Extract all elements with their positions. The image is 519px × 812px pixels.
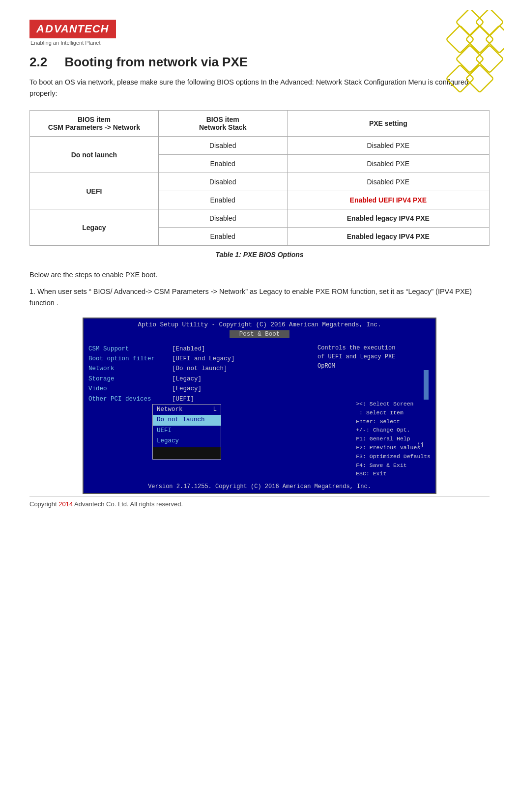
svg-rect-2 xyxy=(446,26,474,54)
bios-subtitle: Post & Boot xyxy=(84,330,435,339)
table-cell-pxe3: Disabled PXE xyxy=(287,173,489,191)
bios-dropdown: Network L Do not launch UEFI Legacy xyxy=(152,404,221,460)
body-text-2: 1. When user sets “ BIOS/ Advanced-> CSM… xyxy=(29,286,490,309)
bios-help-text: Controls the executionof UEFI and Legacy… xyxy=(317,344,431,371)
footer-year: 2014 xyxy=(58,500,73,508)
bios-item-storage: Storage [Legacy] xyxy=(88,375,241,384)
table-cell-ns1: Disabled xyxy=(158,137,287,155)
table-cell-ns5: Disabled xyxy=(158,209,287,228)
bios-dropdown-title: Network L xyxy=(153,405,221,415)
table-row: Do not launch Disabled Disabled PXE xyxy=(30,137,490,155)
bios-key-help-block: ><: Select Screen : Select ItemEnter: Se… xyxy=(356,400,431,478)
table-cell-pxe1: Disabled PXE xyxy=(287,137,489,155)
bios-screen: Aptio Setup Utility - Copyright (C) 2016… xyxy=(83,318,436,494)
table-caption: Table 1: PXE BIOS Options xyxy=(29,251,490,259)
table-cell-csm3: Legacy xyxy=(30,209,159,246)
table-header-col1: BIOS item CSM Parameters -> Network xyxy=(30,111,159,137)
bios-scrollbar-indicator xyxy=(424,370,429,400)
bios-dropdown-wrapper: Network L Do not launch UEFI Legacy xyxy=(88,405,241,449)
table-row: Legacy Disabled Enabled legacy IPV4 PXE xyxy=(30,209,490,228)
table-row: UEFI Disabled Disabled PXE xyxy=(30,173,490,191)
bios-table: BIOS item CSM Parameters -> Network BIOS… xyxy=(29,110,490,246)
svg-rect-4 xyxy=(486,26,504,54)
footer-copyright-rest: Advantech Co. Ltd. All rights reserved. xyxy=(73,500,183,508)
table-cell-pxe5: Enabled legacy IPV4 PXE xyxy=(287,209,489,228)
logo-vantech: VANTECH xyxy=(54,23,109,35)
bios-item-boot-filter: Boot option filter [UEFI and Legacy] xyxy=(88,354,241,364)
bios-item-network: Network [Do not launch] xyxy=(88,364,241,374)
table-cell-ns4: Enabled xyxy=(158,191,287,209)
table-cell-pxe6: Enabled legacy IPV4 PXE xyxy=(287,228,489,246)
logo-tagline: Enabling an Intelligent Planet xyxy=(30,40,116,46)
decorative-diamonds xyxy=(406,10,504,98)
bios-item-video: Video [Legacy] xyxy=(88,384,241,394)
table-header-col3: PXE setting xyxy=(287,111,489,137)
table-cell-ns3: Disabled xyxy=(158,173,287,191)
svg-rect-0 xyxy=(456,10,484,36)
logo: ADVANTECH xyxy=(29,20,116,38)
bios-title: Aptio Setup Utility - Copyright (C) 2016… xyxy=(84,319,435,330)
table-cell-pxe4: Enabled UEFI IPV4 PXE xyxy=(287,191,489,209)
header: ADVANTECH Enabling an Intelligent Planet xyxy=(29,20,490,46)
table-header-col2: BIOS item Network Stack xyxy=(158,111,287,137)
svg-rect-5 xyxy=(456,45,484,73)
table-cell-csm2: UEFI xyxy=(30,173,159,209)
table-cell-csm1: Do not launch xyxy=(30,137,159,173)
svg-rect-8 xyxy=(466,65,494,93)
bios-dd-option-uefi[interactable]: UEFI xyxy=(153,426,221,436)
bios-dd-option-donotlaunch[interactable]: Do not launch xyxy=(153,415,221,425)
svg-rect-3 xyxy=(466,26,494,54)
logo-ad: AD xyxy=(36,23,54,35)
bios-dd-spacer xyxy=(153,447,221,459)
table-cell-ns2: Enabled xyxy=(158,155,287,173)
logo-block: ADVANTECH Enabling an Intelligent Planet xyxy=(29,20,116,46)
svg-rect-1 xyxy=(476,10,504,36)
body-text-1: Below are the steps to enable PXE boot. xyxy=(29,269,490,281)
table-cell-ns6: Enabled xyxy=(158,228,287,246)
svg-rect-6 xyxy=(476,45,504,73)
bios-item-csm: CSM Support [Enabled] xyxy=(88,345,241,354)
bios-left-panel: CSM Support [Enabled] Boot option filter… xyxy=(88,345,246,478)
page-footer: Copyright 2014 Advantech Co. Ltd. All ri… xyxy=(29,496,490,508)
footer-copyright-label: Copyright xyxy=(29,500,58,508)
bios-item-pci: Other PCI devices [UEFI] xyxy=(88,395,241,404)
bios-right-panel: Controls the executionof UEFI and Legacy… xyxy=(317,343,431,401)
table-cell-pxe2: Disabled PXE xyxy=(287,155,489,173)
bios-dd-option-legacy[interactable]: Legacy xyxy=(153,436,221,446)
bios-footer: Version 2.17.1255. Copyright (C) 2016 Am… xyxy=(84,480,435,493)
svg-rect-7 xyxy=(446,65,474,93)
